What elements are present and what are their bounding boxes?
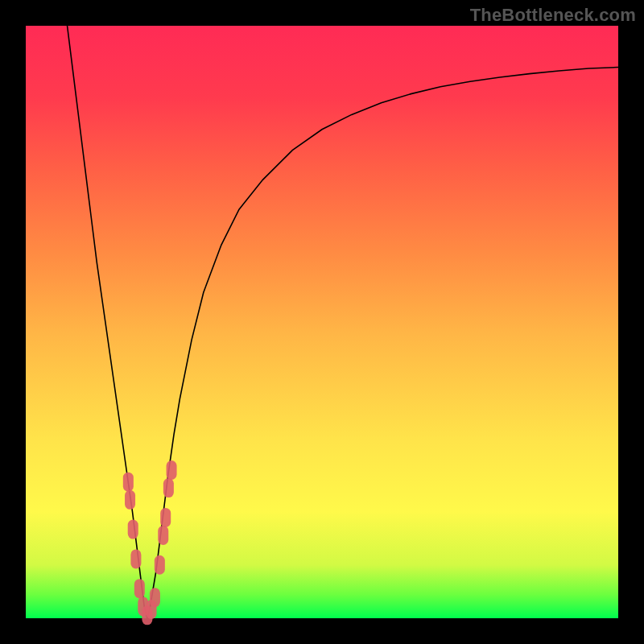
chart-frame: TheBottleneck.com: [0, 0, 644, 644]
plot-area: [26, 26, 618, 618]
data-marker: [155, 555, 165, 575]
data-marker: [128, 520, 138, 539]
data-marker: [125, 490, 135, 510]
data-markers: [123, 460, 177, 625]
attribution-label: TheBottleneck.com: [470, 5, 636, 26]
bottleneck-curve: [26, 26, 618, 618]
data-marker: [158, 526, 168, 545]
data-marker: [150, 588, 160, 607]
data-marker: [123, 473, 134, 492]
data-marker: [134, 579, 145, 598]
curve-path: [68, 26, 618, 618]
data-marker: [160, 508, 171, 527]
data-marker: [163, 478, 174, 497]
data-marker: [167, 460, 177, 480]
data-marker: [130, 549, 141, 568]
